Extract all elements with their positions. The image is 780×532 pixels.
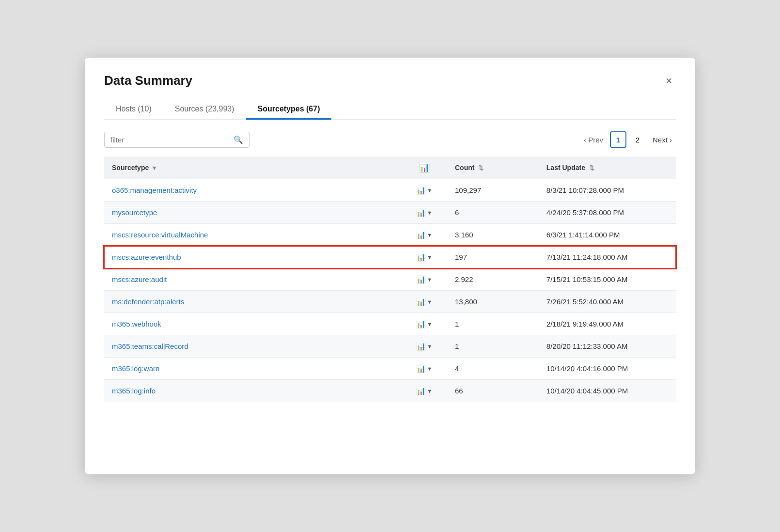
chart-cell: 📊 ▼ (402, 291, 447, 313)
lastupdate-cell: 8/20/20 11:12:33.000 AM (539, 335, 676, 358)
caret-down-icon[interactable]: ▼ (427, 299, 432, 305)
chart-cell: 📊 ▼ (402, 246, 447, 268)
modal-title: Data Summary (104, 73, 192, 88)
lastupdate-cell: 7/15/21 10:53:15.000 AM (539, 268, 676, 291)
bar-chart-icon[interactable]: 📊 (416, 342, 426, 351)
count-sort-icon: ⇅ (478, 164, 484, 172)
table-header-row: Sourcetype ▾ 📊 Count ⇅ Last Update ⇅ (104, 156, 676, 179)
caret-down-icon[interactable]: ▼ (427, 321, 432, 327)
data-table: Sourcetype ▾ 📊 Count ⇅ Last Update ⇅ o36… (104, 156, 676, 402)
table-row: o365:management:activity 📊 ▼ 109,2978/3/… (104, 179, 676, 202)
table-row: mscs:azure:audit 📊 ▼ 2,9227/15/21 10:53:… (104, 268, 676, 291)
sourcetype-link[interactable]: mscs:azure:audit (112, 275, 167, 283)
count-cell: 4 (447, 358, 539, 380)
caret-down-icon[interactable]: ▼ (427, 188, 432, 193)
lastupdate-cell: 10/14/20 4:04:16.000 PM (539, 358, 676, 380)
count-cell: 66 (447, 380, 539, 402)
count-cell: 6 (447, 202, 539, 224)
tab-sourcetypes[interactable]: Sourcetypes (67) (246, 100, 332, 120)
lastupdate-cell: 7/13/21 11:24:18.000 AM (539, 246, 676, 268)
count-cell: 2,922 (447, 268, 539, 291)
col-header-sourcetype[interactable]: Sourcetype ▾ (104, 156, 402, 179)
col-header-lastupdate[interactable]: Last Update ⇅ (539, 156, 676, 179)
caret-down-icon[interactable]: ▼ (427, 277, 432, 282)
bar-chart-icon[interactable]: 📊 (416, 386, 426, 395)
page-1-button[interactable]: 1 (610, 131, 626, 148)
count-cell: 3,160 (447, 224, 539, 246)
caret-down-icon[interactable]: ▼ (427, 366, 432, 372)
sourcetype-link[interactable]: mysourcetype (112, 208, 157, 217)
sourcetype-sort-icon: ▾ (153, 164, 156, 172)
sourcetype-link[interactable]: m365:teams:callRecord (112, 342, 188, 350)
count-cell: 109,297 (447, 179, 539, 202)
table-row: mysourcetype 📊 ▼ 64/24/20 5:37:08.000 PM (104, 202, 676, 224)
table-row: mscs:resource:virtualMachine 📊 ▼ 3,1606/… (104, 224, 676, 246)
tab-bar: Hosts (10) Sources (23,993) Sourcetypes … (104, 100, 676, 120)
bar-chart-icon[interactable]: 📊 (416, 364, 426, 373)
table-row: m365:webhook 📊 ▼ 12/18/21 9:19:49.000 AM (104, 313, 676, 335)
lastupdate-sort-icon: ⇅ (589, 164, 594, 172)
page-2-button[interactable]: 2 (629, 131, 646, 148)
prev-button[interactable]: ‹ Prev (580, 134, 607, 146)
sourcetype-link[interactable]: m365:log:info (112, 387, 156, 395)
sourcetype-link[interactable]: o365:management:activity (112, 186, 197, 194)
bar-chart-icon[interactable]: 📊 (416, 275, 426, 284)
chart-cell: 📊 ▼ (402, 358, 447, 380)
data-summary-modal: Data Summary × Hosts (10) Sources (23,99… (85, 58, 695, 474)
table-row: m365:log:info 📊 ▼ 6610/14/20 4:04:45.000… (104, 380, 676, 402)
pagination: ‹ Prev 1 2 Next › (580, 131, 676, 148)
table-row: m365:log:warn 📊 ▼ 410/14/20 4:04:16.000 … (104, 358, 676, 380)
bar-chart-icon[interactable]: 📊 (416, 297, 426, 306)
bar-chart-icon[interactable]: 📊 (416, 319, 426, 329)
next-button[interactable]: Next › (649, 134, 676, 146)
chart-cell: 📊 ▼ (402, 380, 447, 402)
lastupdate-cell: 8/3/21 10:07:28.000 PM (539, 179, 676, 202)
caret-down-icon[interactable]: ▼ (427, 344, 432, 349)
sourcetype-link[interactable]: m365:log:warn (112, 364, 159, 373)
lastupdate-cell: 4/24/20 5:37:08.000 PM (539, 202, 676, 224)
sourcetype-link[interactable]: mscs:azure:eventhub (112, 253, 181, 261)
chart-cell: 📊 ▼ (402, 202, 447, 224)
caret-down-icon[interactable]: ▼ (427, 388, 432, 394)
lastupdate-cell: 2/18/21 9:19:49.000 AM (539, 313, 676, 335)
bar-chart-icon[interactable]: 📊 (416, 252, 426, 262)
count-cell: 197 (447, 246, 539, 268)
lastupdate-cell: 6/3/21 1:41:14.000 PM (539, 224, 676, 246)
tab-sources[interactable]: Sources (23,993) (163, 100, 246, 120)
chart-cell: 📊 ▼ (402, 179, 447, 202)
lastupdate-cell: 7/26/21 5:52:40.000 AM (539, 291, 676, 313)
caret-down-icon[interactable]: ▼ (427, 232, 432, 238)
filter-wrap: 🔍 (104, 132, 250, 148)
count-cell: 1 (447, 313, 539, 335)
table-body: o365:management:activity 📊 ▼ 109,2978/3/… (104, 179, 676, 402)
caret-down-icon[interactable]: ▼ (427, 254, 432, 260)
sourcetype-link[interactable]: m365:webhook (112, 320, 161, 328)
bar-chart-icon[interactable]: 📊 (416, 208, 426, 217)
count-cell: 1 (447, 335, 539, 358)
bar-chart-icon[interactable]: 📊 (416, 230, 426, 239)
col-header-chart: 📊 (402, 156, 447, 179)
chart-cell: 📊 ▼ (402, 335, 447, 358)
sourcetype-link[interactable]: mscs:resource:virtualMachine (112, 231, 208, 239)
sourcetype-link[interactable]: ms:defender:atp:alerts (112, 297, 184, 306)
toolbar: 🔍 ‹ Prev 1 2 Next › (104, 131, 676, 148)
table-row: ms:defender:atp:alerts 📊 ▼ 13,8007/26/21… (104, 291, 676, 313)
modal-header: Data Summary × (104, 73, 676, 88)
bar-chart-icon[interactable]: 📊 (416, 186, 426, 195)
lastupdate-cell: 10/14/20 4:04:45.000 PM (539, 380, 676, 402)
search-icon: 🔍 (234, 135, 243, 144)
filter-input[interactable] (110, 136, 232, 144)
chart-header-icon: 📊 (419, 163, 430, 172)
table-row: mscs:azure:eventhub 📊 ▼ 1977/13/21 11:24… (104, 246, 676, 268)
table-row: m365:teams:callRecord 📊 ▼ 18/20/20 11:12… (104, 335, 676, 358)
col-header-count[interactable]: Count ⇅ (447, 156, 539, 179)
caret-down-icon[interactable]: ▼ (427, 210, 432, 216)
chart-cell: 📊 ▼ (402, 313, 447, 335)
close-button[interactable]: × (662, 74, 676, 88)
count-cell: 13,800 (447, 291, 539, 313)
tab-hosts[interactable]: Hosts (10) (104, 100, 163, 120)
chart-cell: 📊 ▼ (402, 268, 447, 291)
chart-cell: 📊 ▼ (402, 224, 447, 246)
